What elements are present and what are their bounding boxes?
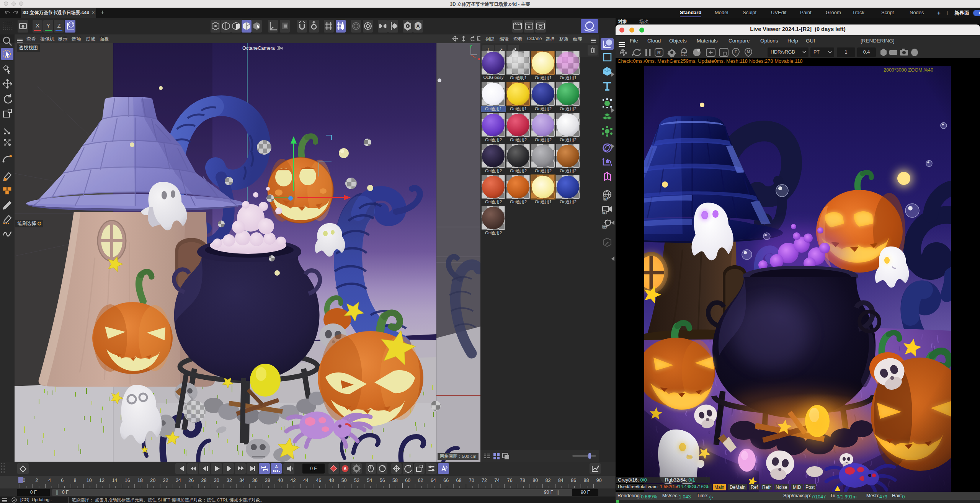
svg-text:40: 40 bbox=[278, 478, 283, 483]
svg-text:38: 38 bbox=[265, 478, 270, 483]
svg-text:80: 80 bbox=[532, 478, 538, 483]
svg-text:34: 34 bbox=[239, 478, 245, 483]
svg-text:28: 28 bbox=[201, 478, 207, 483]
svg-text:36: 36 bbox=[252, 478, 258, 483]
svg-text:68: 68 bbox=[456, 478, 462, 483]
svg-text:50: 50 bbox=[341, 478, 347, 483]
svg-text:74: 74 bbox=[494, 478, 500, 483]
svg-text:66: 66 bbox=[443, 478, 449, 483]
svg-text:84: 84 bbox=[558, 478, 564, 483]
svg-text:0: 0 bbox=[23, 478, 25, 483]
svg-text:44: 44 bbox=[303, 478, 309, 483]
svg-text:16: 16 bbox=[125, 478, 130, 483]
svg-text:ST: ST bbox=[604, 197, 608, 201]
svg-text:R: R bbox=[657, 50, 661, 56]
svg-text:A: A bbox=[275, 465, 278, 469]
svg-text:Y: Y bbox=[469, 44, 472, 49]
svg-text:88: 88 bbox=[584, 478, 589, 483]
svg-text:60: 60 bbox=[405, 478, 410, 483]
svg-text:54: 54 bbox=[367, 478, 372, 483]
svg-text:A: A bbox=[416, 23, 420, 29]
svg-text:ST: ST bbox=[603, 211, 607, 214]
svg-text:24: 24 bbox=[176, 478, 181, 483]
svg-text:10: 10 bbox=[87, 478, 92, 483]
svg-text:86: 86 bbox=[571, 478, 576, 483]
svg-text:18: 18 bbox=[137, 478, 143, 483]
svg-text:2: 2 bbox=[36, 478, 38, 483]
svg-text:12: 12 bbox=[99, 478, 105, 483]
svg-text:x: x bbox=[478, 56, 480, 61]
svg-text:90: 90 bbox=[596, 478, 602, 483]
svg-text:30: 30 bbox=[214, 478, 219, 483]
svg-text:14: 14 bbox=[112, 478, 117, 483]
svg-text:F: F bbox=[735, 49, 737, 54]
svg-text:72: 72 bbox=[482, 478, 487, 483]
svg-text:20: 20 bbox=[150, 478, 155, 483]
svg-text:勇爷: 勇爷 bbox=[681, 53, 688, 56]
svg-text:32: 32 bbox=[227, 478, 232, 483]
svg-text:4: 4 bbox=[48, 478, 51, 483]
svg-text:56: 56 bbox=[380, 478, 385, 483]
svg-text:58: 58 bbox=[392, 478, 398, 483]
svg-text:M: M bbox=[746, 49, 750, 54]
svg-text:78: 78 bbox=[520, 478, 525, 483]
svg-text:46: 46 bbox=[316, 478, 321, 483]
svg-text:76: 76 bbox=[507, 478, 513, 483]
svg-text:ST: ST bbox=[603, 225, 607, 229]
svg-text:62: 62 bbox=[418, 478, 423, 483]
svg-text:52: 52 bbox=[354, 478, 359, 483]
svg-text:42: 42 bbox=[291, 478, 296, 483]
svg-text:26: 26 bbox=[188, 478, 194, 483]
svg-text:8: 8 bbox=[74, 478, 77, 483]
svg-text:70: 70 bbox=[469, 478, 474, 483]
svg-text:A: A bbox=[344, 466, 347, 471]
svg-text:22: 22 bbox=[163, 478, 168, 483]
svg-text:64: 64 bbox=[431, 478, 436, 483]
svg-text:82: 82 bbox=[546, 478, 551, 483]
svg-text:48: 48 bbox=[329, 478, 334, 483]
svg-text:6: 6 bbox=[61, 478, 64, 483]
